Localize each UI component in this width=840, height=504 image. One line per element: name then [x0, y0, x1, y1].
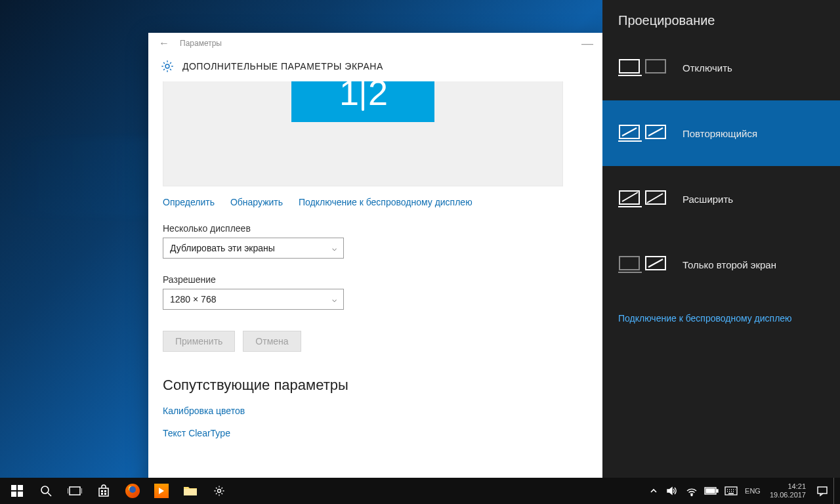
multi-displays-value: Дублировать эти экраны: [170, 243, 275, 253]
show-desktop[interactable]: [833, 478, 837, 504]
svg-rect-11: [11, 492, 16, 497]
media-player-app[interactable]: [147, 478, 176, 504]
option-label: Повторяющийся: [682, 128, 757, 139]
gear-icon: [160, 59, 175, 74]
clock-date: 19.06.2017: [770, 491, 806, 499]
language-indicator[interactable]: ENG: [741, 478, 765, 504]
svg-rect-9: [11, 485, 16, 490]
svg-rect-1: [620, 60, 639, 73]
svg-point-13: [41, 486, 49, 494]
project-flyout: Проецирование Отключить Повторяющийся Ра…: [602, 0, 840, 478]
project-option-duplicate[interactable]: Повторяющийся: [602, 100, 840, 166]
explorer-app[interactable]: [176, 478, 205, 504]
extend-icon: [618, 186, 669, 212]
chevron-down-icon: ⌵: [332, 295, 337, 304]
svg-rect-17: [101, 493, 103, 495]
display-preview[interactable]: 12: [163, 81, 563, 186]
battery-icon[interactable]: [702, 478, 721, 504]
color-calibration-link[interactable]: Калибровка цветов: [160, 406, 592, 428]
resolution-dropdown[interactable]: 840 × 504 ⌵: [163, 289, 344, 310]
action-center-icon[interactable]: [811, 478, 833, 504]
window-title: Параметры: [175, 39, 222, 48]
option-label: Отключить: [682, 62, 732, 74]
clock[interactable]: 14:21 19.06.2017: [765, 482, 811, 499]
display-box[interactable]: 12: [291, 81, 434, 122]
search-button[interactable]: [32, 478, 60, 504]
clock-time: 14:21: [788, 482, 806, 491]
svg-point-21: [691, 495, 692, 496]
svg-point-20: [218, 490, 221, 493]
cancel-button: Отмена: [243, 331, 301, 352]
option-label: Только второй экран: [682, 259, 776, 270]
content-area: 12 Определить Обнаружить Подключение к б…: [148, 81, 604, 479]
settings-app[interactable]: [205, 478, 234, 504]
chevron-down-icon: ⌵: [332, 243, 337, 253]
resolution-label: Разрешение: [160, 274, 592, 285]
start-button[interactable]: [3, 478, 32, 504]
header-bar: ДОПОЛНИТЕЛЬНЫЕ ПАРАМЕТРЫ ЭКРАНА: [148, 54, 604, 81]
wireless-link[interactable]: Подключение к беспроводному дисплею: [299, 197, 472, 207]
cleartype-link[interactable]: Текст ClearType: [160, 428, 592, 450]
svg-rect-7: [620, 257, 639, 270]
svg-point-0: [165, 64, 169, 68]
show-hidden-icons[interactable]: [645, 478, 662, 504]
settings-window: ← Параметры — ДОПОЛНИТЕЛЬНЫЕ ПАРАМЕТРЫ Э…: [148, 33, 604, 479]
svg-rect-15: [101, 490, 103, 492]
keyboard-icon[interactable]: [721, 478, 741, 504]
firefox-app[interactable]: [118, 478, 147, 504]
multi-displays-dropdown[interactable]: Дублировать эти экраны ⌵: [163, 238, 344, 259]
pc-only-icon: [618, 54, 669, 81]
svg-rect-18: [104, 493, 106, 495]
second-only-icon: [618, 251, 669, 278]
related-header: Сопутствующие параметры: [160, 371, 592, 406]
task-view-button[interactable]: [60, 478, 89, 504]
flyout-title: Проецирование: [602, 0, 840, 35]
back-button[interactable]: ←: [154, 37, 175, 49]
svg-rect-23: [717, 490, 718, 492]
flyout-wireless-link[interactable]: Подключение к беспроводному дисплею: [602, 297, 840, 339]
project-option-extend[interactable]: Расширить: [602, 166, 840, 232]
svg-rect-2: [646, 60, 665, 73]
duplicate-icon: [618, 120, 669, 146]
network-icon[interactable]: [682, 478, 702, 504]
svg-rect-24: [706, 489, 715, 493]
titlebar: ← Параметры —: [148, 33, 604, 54]
multi-displays-label: Несколько дисплеев: [160, 223, 592, 234]
svg-rect-19: [184, 489, 197, 495]
resolution-value: 840 × 504: [170, 294, 216, 304]
detect-link[interactable]: Обнаружить: [230, 197, 283, 207]
svg-rect-14: [70, 487, 80, 495]
page-title: ДОПОЛНИТЕЛЬНЫЕ ПАРАМЕТРЫ ЭКРАНА: [182, 61, 383, 72]
svg-rect-10: [18, 485, 23, 490]
svg-rect-12: [18, 492, 23, 497]
svg-rect-16: [104, 490, 106, 492]
project-option-disconnect[interactable]: Отключить: [602, 35, 840, 100]
minimize-button[interactable]: —: [576, 40, 598, 47]
store-app[interactable]: [89, 478, 118, 504]
taskbar: ENG 14:21 19.06.2017: [0, 478, 840, 504]
volume-icon[interactable]: [662, 478, 682, 504]
option-label: Расширить: [682, 194, 733, 205]
svg-rect-26: [818, 487, 827, 494]
apply-button: Применить: [163, 331, 235, 352]
project-option-second-only[interactable]: Только второй экран: [602, 232, 840, 297]
identify-link[interactable]: Определить: [163, 197, 215, 207]
